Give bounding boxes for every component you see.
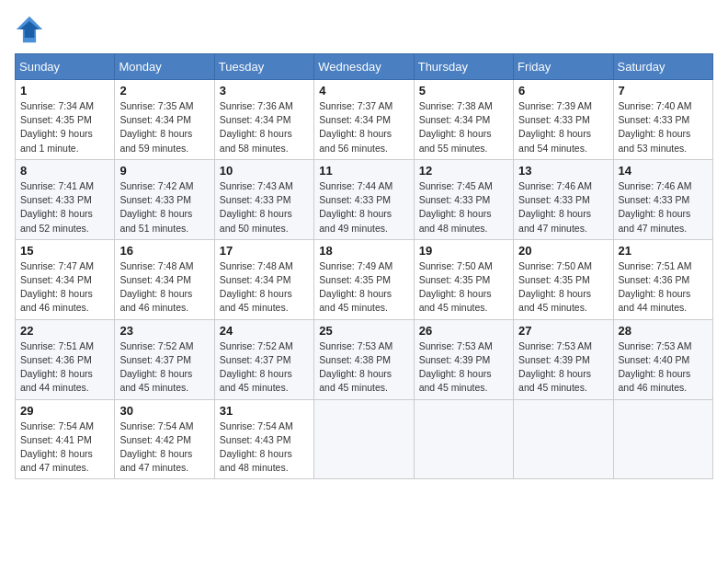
day-info: Sunrise: 7:53 AM Sunset: 4:39 PM Dayligh… (518, 339, 608, 396)
calendar-cell: 30 Sunrise: 7:54 AM Sunset: 4:42 PM Dayl… (115, 399, 214, 479)
day-number: 12 (419, 164, 508, 178)
day-number: 19 (419, 244, 508, 258)
day-info: Sunrise: 7:53 AM Sunset: 4:38 PM Dayligh… (319, 339, 408, 396)
calendar-week-1: 1 Sunrise: 7:34 AM Sunset: 4:35 PM Dayli… (16, 80, 713, 160)
day-info: Sunrise: 7:39 AM Sunset: 4:33 PM Dayligh… (518, 99, 608, 155)
logo (15, 15, 48, 44)
day-info: Sunrise: 7:44 AM Sunset: 4:33 PM Dayligh… (319, 179, 408, 236)
calendar-cell: 11 Sunrise: 7:44 AM Sunset: 4:33 PM Dayl… (314, 159, 414, 239)
calendar-cell: 6 Sunrise: 7:39 AM Sunset: 4:33 PM Dayli… (514, 80, 613, 160)
day-info: Sunrise: 7:42 AM Sunset: 4:33 PM Dayligh… (119, 179, 209, 236)
day-number: 21 (619, 244, 708, 258)
day-number: 9 (119, 164, 209, 178)
calendar-cell: 7 Sunrise: 7:40 AM Sunset: 4:33 PM Dayli… (613, 80, 712, 160)
day-info: Sunrise: 7:37 AM Sunset: 4:34 PM Dayligh… (319, 99, 408, 155)
day-info: Sunrise: 7:40 AM Sunset: 4:33 PM Dayligh… (619, 99, 708, 155)
day-number: 11 (319, 164, 408, 178)
day-number: 26 (419, 324, 508, 338)
day-number: 22 (20, 324, 109, 338)
calendar-cell: 14 Sunrise: 7:46 AM Sunset: 4:33 PM Dayl… (613, 159, 712, 239)
calendar-cell: 22 Sunrise: 7:51 AM Sunset: 4:36 PM Dayl… (16, 319, 115, 399)
day-number: 5 (419, 84, 508, 98)
calendar-header-wednesday: Wednesday (314, 54, 414, 80)
day-number: 1 (20, 84, 109, 98)
calendar-cell: 4 Sunrise: 7:37 AM Sunset: 4:34 PM Dayli… (314, 80, 414, 160)
calendar-cell: 25 Sunrise: 7:53 AM Sunset: 4:38 PM Dayl… (314, 319, 414, 399)
calendar-header-thursday: Thursday (414, 54, 513, 80)
day-info: Sunrise: 7:45 AM Sunset: 4:33 PM Dayligh… (419, 179, 508, 236)
calendar-cell (314, 399, 414, 479)
day-info: Sunrise: 7:46 AM Sunset: 4:33 PM Dayligh… (518, 179, 608, 236)
day-number: 25 (319, 324, 408, 338)
calendar-cell: 17 Sunrise: 7:48 AM Sunset: 4:34 PM Dayl… (214, 239, 313, 319)
calendar-cell: 24 Sunrise: 7:52 AM Sunset: 4:37 PM Dayl… (214, 319, 313, 399)
day-number: 24 (220, 324, 309, 338)
day-info: Sunrise: 7:48 AM Sunset: 4:34 PM Dayligh… (220, 259, 309, 316)
day-info: Sunrise: 7:51 AM Sunset: 4:36 PM Dayligh… (619, 259, 708, 316)
day-info: Sunrise: 7:41 AM Sunset: 4:33 PM Dayligh… (20, 179, 109, 236)
day-info: Sunrise: 7:51 AM Sunset: 4:36 PM Dayligh… (20, 339, 109, 396)
calendar-header-monday: Monday (115, 54, 214, 80)
calendar-cell: 1 Sunrise: 7:34 AM Sunset: 4:35 PM Dayli… (16, 80, 115, 160)
day-number: 30 (119, 404, 209, 418)
calendar-cell: 20 Sunrise: 7:50 AM Sunset: 4:35 PM Dayl… (514, 239, 613, 319)
day-number: 8 (20, 164, 109, 178)
day-number: 31 (220, 404, 309, 418)
day-info: Sunrise: 7:38 AM Sunset: 4:34 PM Dayligh… (419, 99, 508, 155)
calendar-cell: 5 Sunrise: 7:38 AM Sunset: 4:34 PM Dayli… (414, 80, 513, 160)
day-number: 4 (319, 84, 408, 98)
calendar-cell: 21 Sunrise: 7:51 AM Sunset: 4:36 PM Dayl… (613, 239, 712, 319)
day-info: Sunrise: 7:49 AM Sunset: 4:35 PM Dayligh… (319, 259, 408, 316)
calendar-cell (613, 399, 712, 479)
calendar-cell: 28 Sunrise: 7:53 AM Sunset: 4:40 PM Dayl… (613, 319, 712, 399)
day-info: Sunrise: 7:53 AM Sunset: 4:40 PM Dayligh… (619, 339, 708, 396)
calendar-cell (514, 399, 613, 479)
day-number: 29 (20, 404, 109, 418)
calendar-cell: 13 Sunrise: 7:46 AM Sunset: 4:33 PM Dayl… (514, 159, 613, 239)
day-info: Sunrise: 7:35 AM Sunset: 4:34 PM Dayligh… (119, 99, 209, 155)
day-info: Sunrise: 7:43 AM Sunset: 4:33 PM Dayligh… (220, 179, 309, 236)
day-info: Sunrise: 7:48 AM Sunset: 4:34 PM Dayligh… (119, 259, 209, 316)
day-info: Sunrise: 7:54 AM Sunset: 4:43 PM Dayligh… (220, 419, 309, 476)
day-info: Sunrise: 7:36 AM Sunset: 4:34 PM Dayligh… (220, 99, 309, 155)
logo-icon (15, 15, 44, 44)
day-number: 23 (119, 324, 209, 338)
day-number: 17 (220, 244, 309, 258)
day-info: Sunrise: 7:50 AM Sunset: 4:35 PM Dayligh… (518, 259, 608, 316)
day-number: 14 (619, 164, 708, 178)
calendar-week-5: 29 Sunrise: 7:54 AM Sunset: 4:41 PM Dayl… (16, 399, 713, 479)
day-number: 18 (319, 244, 408, 258)
calendar-cell: 16 Sunrise: 7:48 AM Sunset: 4:34 PM Dayl… (115, 239, 214, 319)
day-number: 10 (220, 164, 309, 178)
day-info: Sunrise: 7:54 AM Sunset: 4:42 PM Dayligh… (119, 419, 209, 476)
day-info: Sunrise: 7:46 AM Sunset: 4:33 PM Dayligh… (619, 179, 708, 236)
day-number: 3 (220, 84, 309, 98)
calendar-cell: 9 Sunrise: 7:42 AM Sunset: 4:33 PM Dayli… (115, 159, 214, 239)
calendar-cell: 29 Sunrise: 7:54 AM Sunset: 4:41 PM Dayl… (16, 399, 115, 479)
calendar-cell: 31 Sunrise: 7:54 AM Sunset: 4:43 PM Dayl… (214, 399, 313, 479)
day-info: Sunrise: 7:34 AM Sunset: 4:35 PM Dayligh… (20, 99, 109, 155)
day-number: 7 (619, 84, 708, 98)
day-number: 2 (119, 84, 209, 98)
calendar-week-2: 8 Sunrise: 7:41 AM Sunset: 4:33 PM Dayli… (16, 159, 713, 239)
calendar-header-saturday: Saturday (613, 54, 712, 80)
day-number: 20 (518, 244, 608, 258)
calendar-header-friday: Friday (514, 54, 613, 80)
calendar-cell: 27 Sunrise: 7:53 AM Sunset: 4:39 PM Dayl… (514, 319, 613, 399)
calendar-table: SundayMondayTuesdayWednesdayThursdayFrid… (15, 53, 713, 479)
day-number: 15 (20, 244, 109, 258)
calendar-cell: 23 Sunrise: 7:52 AM Sunset: 4:37 PM Dayl… (115, 319, 214, 399)
calendar-cell (414, 399, 513, 479)
calendar-cell: 15 Sunrise: 7:47 AM Sunset: 4:34 PM Dayl… (16, 239, 115, 319)
day-info: Sunrise: 7:52 AM Sunset: 4:37 PM Dayligh… (119, 339, 209, 396)
calendar-header-sunday: Sunday (16, 54, 115, 80)
day-info: Sunrise: 7:47 AM Sunset: 4:34 PM Dayligh… (20, 259, 109, 316)
calendar-cell: 3 Sunrise: 7:36 AM Sunset: 4:34 PM Dayli… (214, 80, 313, 160)
calendar-header-row: SundayMondayTuesdayWednesdayThursdayFrid… (16, 54, 713, 80)
calendar-cell: 19 Sunrise: 7:50 AM Sunset: 4:35 PM Dayl… (414, 239, 513, 319)
day-number: 6 (518, 84, 608, 98)
calendar-week-3: 15 Sunrise: 7:47 AM Sunset: 4:34 PM Dayl… (16, 239, 713, 319)
day-info: Sunrise: 7:54 AM Sunset: 4:41 PM Dayligh… (20, 419, 109, 476)
calendar-cell: 12 Sunrise: 7:45 AM Sunset: 4:33 PM Dayl… (414, 159, 513, 239)
day-number: 13 (518, 164, 608, 178)
